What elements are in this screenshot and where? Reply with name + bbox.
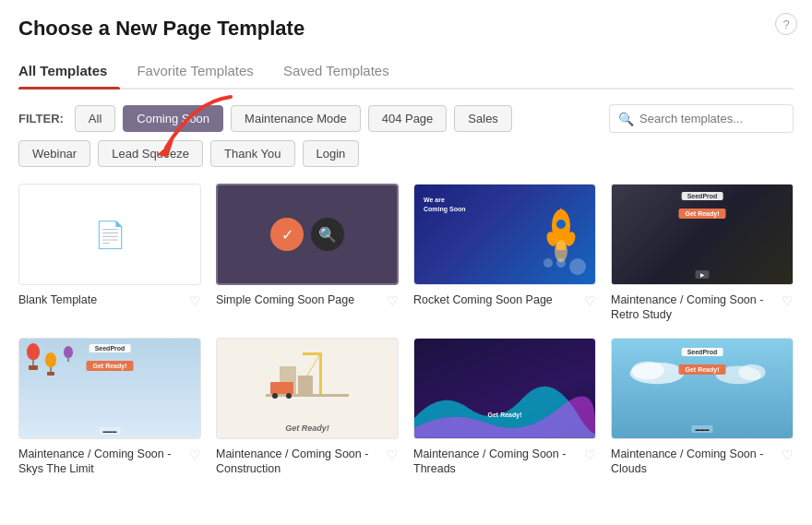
tab-all-templates[interactable]: All Templates [18,55,120,88]
template-thumb-threads: Get Ready! [413,338,596,439]
filter-btn-sales[interactable]: Sales [454,105,512,132]
search-icon: 🔍 [618,112,634,126]
svg-line-13 [307,355,319,376]
filter-btn-webinar[interactable]: Webinar [18,140,90,167]
template-thumb-rocket-cs: We areComing Soon [413,184,596,285]
magnify-icon: 🔍 [311,218,344,251]
template-card-threads[interactable]: Get Ready! Maintenance / Coming Soon - T… [413,338,596,477]
tabs-row: All Templates Favorite Templates Saved T… [18,55,794,89]
tab-favorite-templates[interactable]: Favorite Templates [137,55,266,88]
search-wrap: 🔍 [609,104,794,133]
template-name-construction: Maintenance / Coming Soon - Construction [216,447,383,477]
help-icon[interactable]: ? [775,13,797,35]
template-thumb-retro: SeedProd Get Ready! ▶ [611,184,794,285]
favorite-icon-simple-cs[interactable]: ♡ [387,293,399,308]
filter-btn-coming-soon[interactable]: Coming Soon [123,105,223,132]
favorite-icon-rocket-cs[interactable]: ♡ [584,293,596,308]
template-thumb-blank: 📄 [18,184,201,285]
filter-btn-all[interactable]: All [75,105,115,132]
file-icon: 📄 [94,220,126,250]
favorite-icon-skys[interactable]: ♡ [189,447,201,462]
template-name-threads: Maintenance / Coming Soon - Threads [413,447,580,477]
template-name-retro: Maintenance / Coming Soon - Retro Study [611,292,778,323]
svg-rect-11 [319,352,322,394]
favorite-icon-threads[interactable]: ♡ [584,447,596,462]
template-card-retro[interactable]: SeedProd Get Ready! ▶ Maintenance / Comi… [611,184,794,323]
template-card-rocket-cs[interactable]: We areComing Soon [413,184,596,323]
filter-btn-maintenance[interactable]: Maintenance Mode [231,105,361,132]
template-card-skys[interactable]: SeedProd Get Ready! ▬▬▬ Maintenance / Co… [18,338,201,477]
svg-point-16 [286,393,292,399]
svg-rect-14 [270,382,293,394]
filter-row-2: Webinar Lead Squeeze Thank You Login [18,140,794,167]
template-thumb-construction: Get Ready! [216,338,399,439]
search-input[interactable] [609,104,794,133]
rocket-circles [543,258,586,275]
page-title: Choose a New Page Template [18,17,794,41]
template-name-skys: Maintenance / Coming Soon - Skys The Lim… [18,447,185,477]
template-thumb-clouds: SeedProd Get Ready! ▬▬▬ [611,338,794,439]
svg-point-18 [632,361,664,379]
template-thumb-skys: SeedProd Get Ready! ▬▬▬ [18,338,201,439]
template-card-blank[interactable]: 📄 Blank Template ♡ [18,184,201,323]
favorite-icon-retro[interactable]: ♡ [782,293,794,308]
favorite-icon-blank[interactable]: ♡ [189,293,201,308]
filter-row: FILTER: All Coming Soon Maintenance Mode… [18,104,794,133]
filter-btn-thank-you[interactable]: Thank You [210,140,294,167]
filter-label: FILTER: [18,112,64,125]
template-name-blank: Blank Template [18,292,185,307]
filter-btn-lead-squeeze[interactable]: Lead Squeeze [98,140,203,167]
filter-btn-404[interactable]: 404 Page [368,105,448,132]
template-grid: 📄 Blank Template ♡ ✓ 🔍 Simple Coming Soo… [18,184,794,476]
template-card-construction[interactable]: Get Ready! Maintenance / Coming Soon - C… [216,338,399,477]
check-icon: ✓ [270,218,304,251]
template-thumb-simple-cs: ✓ 🔍 [216,184,399,285]
svg-rect-10 [298,376,313,394]
favorite-icon-clouds[interactable]: ♡ [782,447,794,462]
svg-rect-12 [303,352,322,355]
template-card-clouds[interactable]: SeedProd Get Ready! ▬▬▬ Maintenance / Co… [611,338,794,477]
template-name-rocket-cs: Rocket Coming Soon Page [413,292,580,307]
svg-point-20 [738,364,765,380]
tab-saved-templates[interactable]: Saved Templates [283,55,402,88]
template-name-clouds: Maintenance / Coming Soon - Clouds [611,447,778,477]
svg-point-15 [272,393,278,399]
svg-point-4 [556,220,566,229]
favorite-icon-construction[interactable]: ♡ [387,447,399,462]
svg-rect-8 [266,394,349,397]
template-card-simple-cs[interactable]: ✓ 🔍 Simple Coming Soon Page ♡ [216,184,399,323]
template-name-simple-cs: Simple Coming Soon Page [216,292,383,307]
filter-btn-login[interactable]: Login [303,140,360,167]
